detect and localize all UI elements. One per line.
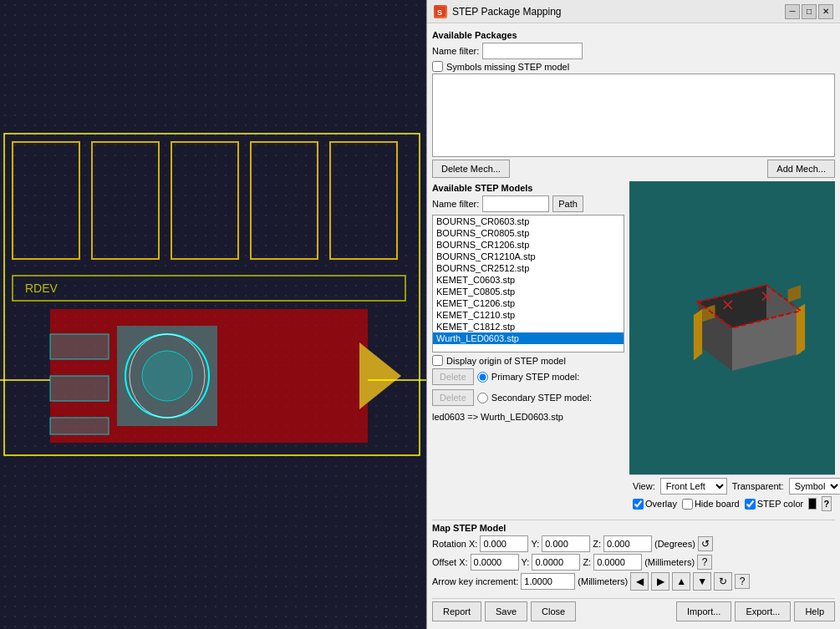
- save-button[interactable]: Save: [485, 601, 527, 621]
- step-list-item[interactable]: Wurth_LED0603.stp: [433, 332, 624, 344]
- svg-rect-2: [171, 142, 238, 259]
- primary-radio-label: Primary STEP model:: [491, 372, 580, 382]
- step-models-list[interactable]: BOURNS_CR0603.stpBOURNS_CR0805.stpBOURNS…: [432, 215, 624, 353]
- add-mech-button[interactable]: Add Mech...: [767, 160, 835, 178]
- arrow-up-button[interactable]: ▲: [672, 572, 690, 591]
- report-button[interactable]: Report: [432, 601, 481, 621]
- dialog-icon: S: [434, 5, 447, 18]
- delete-secondary-button[interactable]: Delete: [432, 389, 474, 406]
- overlay-checkbox-label[interactable]: Overlay: [633, 499, 677, 510]
- 3d-preview-svg: [629, 181, 835, 474]
- close-dialog-button[interactable]: Close: [531, 601, 576, 621]
- arrow-increment-unit: (Millimeters): [578, 576, 628, 586]
- svg-rect-3: [251, 142, 318, 259]
- import-button[interactable]: Import...: [676, 601, 731, 621]
- view-help-button[interactable]: ?: [822, 496, 832, 511]
- offset-z-label: Z:: [583, 557, 591, 567]
- pkg-name-filter-label: Name filter:: [432, 46, 479, 56]
- pcb-svg: RDEV: [0, 0, 426, 629]
- svg-text:RDEV: RDEV: [25, 282, 59, 295]
- bottom-button-row: Report Save Close Import... Export... He…: [432, 598, 835, 624]
- arrow-help-button[interactable]: ?: [735, 574, 750, 589]
- 3d-preview-area[interactable]: [629, 181, 835, 474]
- delete-primary-button[interactable]: Delete: [432, 368, 474, 385]
- delete-mech-button[interactable]: Delete Mech...: [432, 160, 510, 178]
- minimize-button[interactable]: ─: [785, 4, 800, 19]
- offset-y-input[interactable]: [532, 554, 580, 571]
- step-list-item[interactable]: KEMET_C1812.stp: [433, 321, 624, 332]
- rotation-y-label: Y:: [531, 539, 539, 549]
- step-list-item[interactable]: BOURNS_CR2512.stp: [433, 262, 624, 274]
- step-color-label: STEP color: [757, 499, 803, 509]
- mapping-info: led0603 => Wurth_LED0603.stp: [432, 410, 624, 424]
- step-package-mapping-dialog: S STEP Package Mapping ─ □ ✕ Available P…: [426, 0, 840, 629]
- close-button[interactable]: ✕: [818, 4, 833, 19]
- view-select[interactable]: Front Left Front Right Back Left Back Ri…: [660, 478, 727, 495]
- arrow-down-button[interactable]: ▼: [693, 572, 711, 591]
- display-origin-label: Display origin of STEP model: [446, 356, 566, 366]
- offset-y-label: Y:: [522, 557, 530, 567]
- step-color-checkbox[interactable]: [745, 499, 756, 510]
- transparent-label: Transparent:: [732, 481, 784, 491]
- step-list-item[interactable]: KEMET_C0603.stp: [433, 274, 624, 286]
- svg-point-10: [142, 351, 192, 401]
- svg-rect-14: [50, 376, 109, 401]
- hide-board-label: Hide board: [695, 499, 740, 509]
- dialog-titlebar: S STEP Package Mapping ─ □ ✕: [427, 0, 840, 23]
- step-list-item[interactable]: KEMET_C1210.stp: [433, 309, 624, 321]
- step-list-item[interactable]: BOURNS_CR1206.stp: [433, 239, 624, 251]
- step-name-filter-input[interactable]: [482, 195, 549, 212]
- path-button[interactable]: Path: [552, 195, 583, 212]
- display-origin-checkbox[interactable]: [432, 355, 443, 366]
- rotation-reset-button[interactable]: ↺: [698, 536, 713, 551]
- secondary-radio[interactable]: [477, 393, 488, 403]
- step-color-checkbox-label[interactable]: STEP color: [745, 499, 803, 510]
- symbols-missing-checkbox[interactable]: [432, 61, 443, 72]
- hide-board-checkbox[interactable]: [682, 499, 693, 510]
- pkg-name-filter-input[interactable]: [482, 43, 583, 59]
- offset-help-button[interactable]: ?: [697, 555, 712, 570]
- offset-unit-label: (Millimeters): [644, 557, 695, 567]
- step-list-item[interactable]: BOURNS_CR0805.stp: [433, 227, 624, 239]
- step-list-item[interactable]: BOURNS_CR1210A.stp: [433, 251, 624, 262]
- svg-rect-13: [50, 334, 109, 359]
- map-step-section: Map STEP Model Rotation X: Y: Z: (Degree…: [432, 520, 835, 595]
- step-list-item[interactable]: BOURNS_CR0603.stp: [433, 216, 624, 227]
- color-swatch[interactable]: [808, 498, 817, 510]
- dialog-title: STEP Package Mapping: [452, 6, 562, 18]
- available-packages-label: Available Packages: [432, 30, 835, 40]
- export-button[interactable]: Export...: [735, 601, 791, 621]
- svg-rect-5: [13, 276, 405, 301]
- arrow-left-button[interactable]: ◀: [630, 572, 649, 591]
- step-list-item[interactable]: KEMET_C1206.stp: [433, 297, 624, 309]
- maximize-button[interactable]: □: [802, 4, 817, 19]
- rotation-unit-label: (Degrees): [654, 539, 695, 549]
- arrow-rotate-cw-button[interactable]: ↻: [714, 572, 732, 591]
- offset-x-input[interactable]: [471, 554, 519, 571]
- transparent-select[interactable]: Symbol None Full: [789, 478, 840, 495]
- rotation-x-label: Rotation X:: [432, 539, 477, 549]
- svg-rect-15: [50, 418, 109, 434]
- help-button[interactable]: Help: [794, 601, 835, 621]
- hide-board-checkbox-label[interactable]: Hide board: [682, 499, 740, 510]
- step-name-filter-label: Name filter:: [432, 199, 479, 209]
- svg-marker-26: [694, 309, 702, 361]
- available-packages-list[interactable]: [432, 74, 835, 157]
- offset-z-input[interactable]: [593, 554, 642, 571]
- arrow-right-button[interactable]: ▶: [651, 572, 669, 591]
- secondary-radio-label: Secondary STEP model:: [491, 393, 592, 403]
- primary-radio[interactable]: [477, 372, 488, 383]
- rotation-z-input[interactable]: [603, 535, 652, 552]
- rotation-x-input[interactable]: [480, 535, 528, 552]
- rotation-y-input[interactable]: [542, 535, 590, 552]
- step-models-label: Available STEP Models: [432, 183, 624, 193]
- offset-x-label: Offset X:: [432, 557, 468, 567]
- svg-rect-4: [330, 142, 397, 259]
- svg-text:S: S: [437, 8, 442, 17]
- arrow-increment-input[interactable]: [521, 573, 575, 590]
- step-list-item[interactable]: KEMET_C0805.stp: [433, 286, 624, 297]
- available-packages-section: Available Packages Name filter: Symbols …: [432, 28, 835, 178]
- svg-marker-12: [359, 342, 401, 409]
- overlay-checkbox[interactable]: [633, 499, 644, 510]
- symbols-missing-label: Symbols missing STEP model: [446, 62, 569, 72]
